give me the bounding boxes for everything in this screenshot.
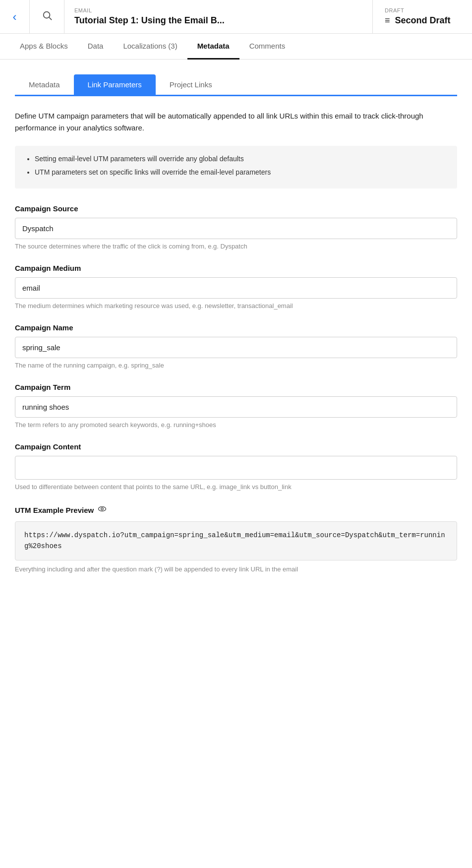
campaign-medium-label: Campaign Medium — [15, 264, 457, 272]
campaign-content-input[interactable] — [15, 456, 457, 480]
draft-header-section: DRAFT ≡ Second Draft — [373, 0, 472, 33]
back-icon: ‹ — [13, 10, 17, 24]
hamburger-icon: ≡ — [385, 15, 390, 26]
tab-metadata[interactable]: Metadata — [187, 34, 239, 60]
utm-preview-title: UTM Example Preview — [15, 506, 94, 514]
svg-line-1 — [49, 17, 52, 20]
campaign-name-field: Campaign Name The name of the running ca… — [15, 323, 457, 369]
tab-apps-blocks[interactable]: Apps & Blocks — [10, 34, 78, 60]
search-button[interactable] — [30, 0, 64, 33]
campaign-content-label: Campaign Content — [15, 442, 457, 451]
campaign-medium-field: Campaign Medium The medium determines wh… — [15, 264, 457, 310]
campaign-name-input[interactable] — [15, 337, 457, 358]
info-bullet-1: Setting email-level UTM parameters will … — [35, 154, 447, 164]
campaign-source-hint: The source determines where the traffic … — [15, 243, 457, 250]
utm-description: Define UTM campaign parameters that will… — [15, 110, 457, 134]
campaign-content-field: Campaign Content Used to differentiate b… — [15, 442, 457, 491]
utm-preview-hint: Everything including and after the quest… — [15, 565, 457, 573]
info-box: Setting email-level UTM parameters will … — [15, 146, 457, 188]
email-header-section: EMAIL Tutorial Step 1: Using the Email B… — [64, 0, 373, 33]
campaign-term-input[interactable] — [15, 396, 457, 418]
utm-preview-heading: UTM Example Preview — [15, 504, 457, 515]
campaign-name-label: Campaign Name — [15, 323, 457, 332]
main-nav: Apps & Blocks Data Localizations (3) Met… — [0, 34, 472, 60]
svg-point-0 — [43, 12, 50, 18]
draft-title-text: Second Draft — [395, 15, 451, 26]
svg-point-2 — [99, 507, 106, 511]
campaign-source-field: Campaign Source The source determines wh… — [15, 204, 457, 250]
sub-tab-metadata[interactable]: Metadata — [15, 74, 74, 95]
campaign-medium-hint: The medium determines which marketing re… — [15, 302, 457, 310]
page-header: ‹ EMAIL Tutorial Step 1: Using the Email… — [0, 0, 472, 34]
campaign-term-hint: The term refers to any promoted search k… — [15, 421, 457, 429]
email-label: EMAIL — [74, 7, 362, 13]
tab-comments[interactable]: Comments — [239, 34, 295, 60]
sub-tab-bar: Metadata Link Parameters Project Links — [15, 74, 457, 96]
eye-icon — [98, 504, 107, 515]
draft-label: DRAFT — [385, 7, 460, 13]
tab-localizations[interactable]: Localizations (3) — [113, 34, 187, 60]
draft-title-row: ≡ Second Draft — [385, 15, 460, 26]
campaign-name-hint: The name of the running campaign, e.g. s… — [15, 362, 457, 369]
tab-data[interactable]: Data — [78, 34, 114, 60]
svg-point-3 — [101, 508, 104, 510]
campaign-term-field: Campaign Term The term refers to any pro… — [15, 383, 457, 429]
campaign-source-input[interactable] — [15, 218, 457, 239]
campaign-medium-input[interactable] — [15, 277, 457, 299]
campaign-content-hint: Used to differentiate between content th… — [15, 483, 457, 491]
search-icon — [42, 10, 53, 23]
campaign-source-label: Campaign Source — [15, 204, 457, 213]
utm-preview-url: https://www.dyspatch.io?utm_campaign=spr… — [15, 521, 457, 560]
sub-tab-project-links[interactable]: Project Links — [156, 74, 226, 95]
email-title: Tutorial Step 1: Using the Email B... — [74, 15, 362, 26]
campaign-term-label: Campaign Term — [15, 383, 457, 391]
utm-preview-section: UTM Example Preview https://www.dyspatch… — [15, 504, 457, 573]
info-bullet-2: UTM parameters set on specific links wil… — [35, 167, 447, 178]
main-content: Metadata Link Parameters Project Links D… — [0, 60, 472, 602]
sub-tab-link-parameters[interactable]: Link Parameters — [74, 74, 156, 95]
back-button[interactable]: ‹ — [0, 0, 30, 33]
